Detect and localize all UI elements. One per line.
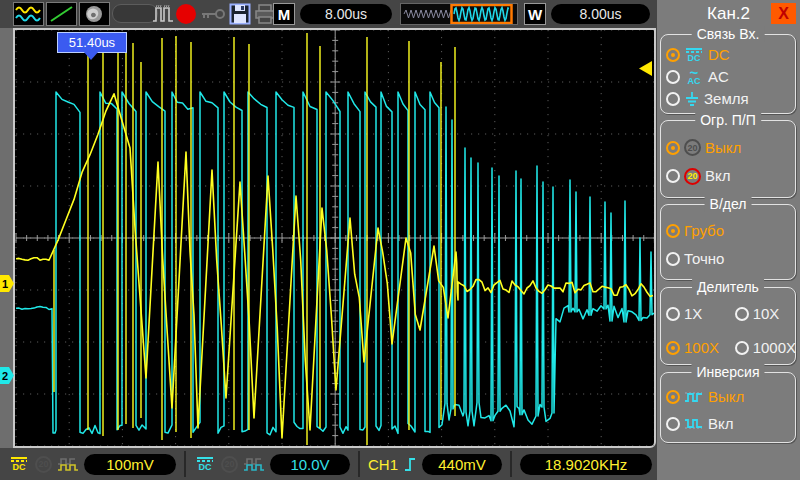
radio-icon [666,92,680,106]
zoom-timebase-value: 8.00us [551,4,650,24]
zoom-timebase-label: W [524,3,546,25]
oscilloscope-ui: M 8.00us W 8.00us 51.40us 1 2 Кан.2 X Св… [0,0,800,480]
ch2-dc-coupling-icon: DC [194,457,216,472]
trigger-level-readout[interactable]: 440mV [422,454,502,475]
group-coupling-title: Связь Вх. [692,26,765,42]
scope-screen: 51.40us [13,28,656,448]
top-toolbar: M 8.00us W 8.00us [0,0,657,28]
ground-icon [684,91,700,107]
group-probe-title: Делитель [692,279,764,295]
ch2-bw-limit-icon: 20 [221,456,238,473]
channels-waveform-icon[interactable] [13,2,44,26]
radio-icon [666,252,680,266]
option-coupling-dc[interactable]: DC DC [661,44,795,66]
group-vdiv-title: В/дел [705,196,752,212]
bw-20mhz-off-icon: 20 [684,139,701,156]
panel-header: Кан.2 X [657,0,800,28]
divider [184,451,186,477]
status-bar: DC 20 100mV DC 20 10.0V CH1 440mV 18.902… [0,448,657,480]
option-coupling-ac[interactable]: ~AC AC [661,66,795,88]
ch1-scale-readout[interactable]: 100mV [84,454,176,475]
divider [510,451,512,477]
radio-icon [666,390,680,404]
option-bwlimit-on[interactable]: 20 Вкл [661,165,795,187]
cursor-line-icon[interactable] [46,2,77,26]
dual-sine-icon [15,4,42,24]
ac-coupling-icon: ~AC [684,69,704,86]
waveform-preview[interactable] [400,3,518,25]
option-bwlimit-off[interactable]: 20 Выкл [661,137,795,159]
key-lock-icon[interactable] [200,7,226,21]
group-bandwidth-title: Огр. П/П [695,112,761,128]
radio-icon [735,307,749,321]
option-probe-100x[interactable]: 100X [661,337,735,359]
record-icon[interactable] [176,4,196,24]
radio-icon [666,417,680,431]
ch2-scale-readout[interactable]: 10.0V [270,454,350,475]
group-invert-title: Инверсия [691,364,764,380]
option-probe-1x[interactable]: 1X [661,303,735,325]
option-coupling-ground[interactable]: Земля [661,88,795,110]
waveform-traces [15,30,654,446]
ch1-dc-coupling-icon: DC [8,457,30,472]
pulse-icon[interactable] [152,4,174,24]
trigger-source-label: CH1 [368,456,398,473]
trigger-position-flag[interactable]: 51.40us [57,32,127,53]
radio-icon [666,224,680,238]
option-vdiv-fine[interactable]: Точно [661,248,795,270]
panel-title: Кан.2 [707,4,750,24]
ch1-bw-limit-icon: 20 [35,456,52,473]
close-icon[interactable]: X [771,3,796,24]
option-invert-off[interactable]: Выкл [661,386,795,408]
frequency-readout: 18.9020KHz [520,454,652,475]
radio-icon [666,141,680,155]
invert-off-icon [684,390,704,404]
group-probe-divider: Делитель 1X 10X 100X 1000X [660,287,796,365]
group-volts-per-div: В/дел Грубо Точно [660,204,796,280]
screen-left-strip [0,28,14,448]
divider [358,451,360,477]
invert-on-icon [684,417,704,431]
main-timebase-value: 8.00us [300,4,392,24]
radio-icon [666,169,680,183]
save-floppy-icon[interactable] [229,3,251,25]
group-bandwidth-limit: Огр. П/П 20 Выкл 20 Вкл [660,120,796,198]
group-coupling: Связь Вх. DC DC ~AC AC Земля [660,34,796,114]
bw-20mhz-on-icon: 20 [684,168,701,185]
radio-icon [666,307,680,321]
radio-icon [735,341,749,355]
radio-icon [666,341,680,355]
radio-icon [666,70,680,84]
channel2-menu-panel: Кан.2 X Связь Вх. DC DC ~AC AC Зе [657,0,800,480]
option-vdiv-coarse[interactable]: Грубо [661,220,795,242]
option-invert-on[interactable]: Вкл [661,413,795,435]
hand-logo-icon[interactable] [79,2,110,26]
option-probe-10x[interactable]: 10X [735,303,795,325]
group-invert: Инверсия Выкл Вкл [660,372,796,443]
dc-coupling-icon: DC [684,48,704,63]
ch2-waveform-icon [243,457,265,472]
rising-edge-icon [403,456,417,472]
ch1-waveform-icon [57,457,79,472]
main-timebase-label: M [273,3,295,25]
radio-icon [666,48,680,62]
option-probe-1000x[interactable]: 1000X [735,337,795,359]
